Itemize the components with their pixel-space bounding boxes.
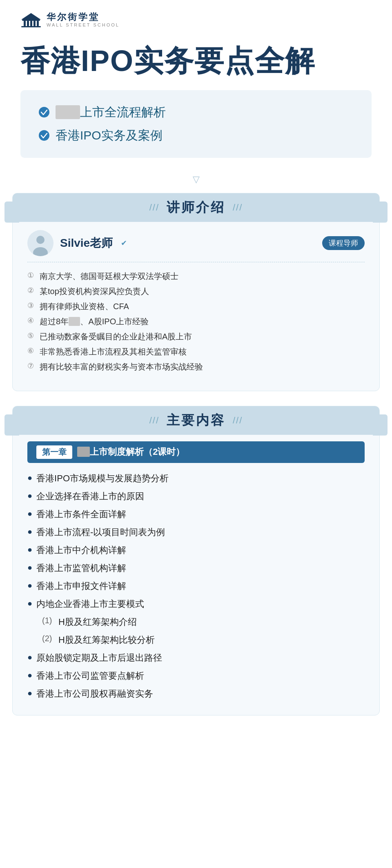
instructor-header-bg: /// 讲师介绍 /// <box>13 193 379 222</box>
slash-deco-left-2: /// <box>149 415 159 426</box>
svg-rect-4 <box>30 21 32 26</box>
list-text-10: 香港上市公司监管要点解析 <box>36 670 144 682</box>
list-text-3: 香港上市条件全面详解 <box>36 508 126 520</box>
list-item-9: ● 原始股锁定期及上市后退出路径 <box>27 649 365 667</box>
list-text-5: 香港上市中介机构详解 <box>36 544 126 556</box>
list-text-8: 内地企业香港上市主要模式 <box>36 598 144 610</box>
banner-text-1: 上市全流程解析 <box>56 104 166 121</box>
qual-num-2: ② <box>27 286 36 295</box>
badge-guide: 课程导师 <box>322 236 365 250</box>
bullet-icon-5: ● <box>27 545 32 554</box>
banner-text-2: 香港IPO实务及案例 <box>56 127 163 144</box>
bullet-icon-10: ● <box>27 671 32 680</box>
qual-num-6: ⑥ <box>27 346 36 355</box>
bullet-icon-9: ● <box>27 653 32 662</box>
qual-text-6: 非常熟悉香港上市流程及其相关监管审核 <box>40 346 187 357</box>
list-item-11: ● 香港上市公司股权再融资实务 <box>27 685 365 703</box>
list-text-9: 原始股锁定期及上市后退出路径 <box>36 652 162 664</box>
banner-item-2: 香港IPO实务及案例 <box>38 127 354 144</box>
qual-item-3: ③ 拥有律师执业资格、CFA <box>27 299 365 314</box>
down-arrow-icon: ▽ <box>193 174 200 184</box>
qual-item-5: ⑤ 已推动数家备受瞩目的企业赴港和A股上市 <box>27 329 365 344</box>
svg-point-8 <box>39 107 49 117</box>
page-title: 香港IPO实务要点全解 <box>20 44 372 78</box>
bullet-icon-6: ● <box>27 563 32 572</box>
slash-deco-right-2: /// <box>233 415 243 426</box>
list-text-4: 香港上市流程-以项目时间表为例 <box>36 526 165 538</box>
list-item-1: ● 香港IPO市场规模与发展趋势分析 <box>27 469 365 487</box>
list-item-sub2: (2) H股及红筹架构比较分析 <box>27 631 365 649</box>
chapter1-header: 第一章 ██上市制度解析（2课时） <box>27 441 365 463</box>
qual-num-5: ⑤ <box>27 331 36 340</box>
sub-num-2: (2) <box>42 634 54 643</box>
qual-item-4: ④ 超过8年██、A股IPO上市经验 <box>27 314 365 329</box>
logo-icon <box>20 11 42 29</box>
qual-num-1: ① <box>27 271 36 280</box>
instructor-name: Silvie老师 <box>60 235 113 251</box>
content-list: ● 香港IPO市场规模与发展趋势分析 ● 企业选择在香港上市的原因 ● 香港上市… <box>13 469 379 703</box>
qual-text-4: 超过8年██、A股IPO上市经验 <box>40 316 149 327</box>
qual-num-7: ⑦ <box>27 361 36 370</box>
list-item-sub1: (1) H股及红筹架构介绍 <box>27 613 365 631</box>
qual-item-6: ⑥ 非常熟悉香港上市流程及其相关监管审核 <box>27 344 365 359</box>
bullet-icon-8: ● <box>27 599 32 608</box>
svg-rect-5 <box>33 21 36 26</box>
bullet-icon-2: ● <box>27 491 32 500</box>
instructor-section-card: /// 讲师介绍 /// Silvie老师 ✔ 课程导师 ① 南京大学、德国哥廷… <box>12 193 380 391</box>
logo-cn: 华尔街学堂 <box>47 13 120 22</box>
svg-marker-7 <box>21 13 41 20</box>
slash-deco-right-1: /// <box>233 202 243 213</box>
list-item-10: ● 香港上市公司监管要点解析 <box>27 667 365 685</box>
content-section-card: /// 主要内容 /// 第一章 ██上市制度解析（2课时） ● 香港IPO市场… <box>12 406 380 715</box>
bullet-icon-1: ● <box>27 473 32 483</box>
qual-text-7: 拥有比较丰富的财税实务与资本市场实战经验 <box>40 361 203 372</box>
list-item-3: ● 香港上市条件全面详解 <box>27 505 365 523</box>
list-item-6: ● 香港上市监管机构详解 <box>27 559 365 577</box>
blurred-text-1 <box>56 105 80 119</box>
sub-text-1: H股及红筹架构介绍 <box>58 616 137 628</box>
qual-num-3: ③ <box>27 301 36 310</box>
bullet-icon-3: ● <box>27 509 32 518</box>
list-item-7: ● 香港上市申报文件详解 <box>27 577 365 595</box>
list-item-4: ● 香港上市流程-以项目时间表为例 <box>27 523 365 541</box>
list-text-6: 香港上市监管机构详解 <box>36 562 126 574</box>
list-text-11: 香港上市公司股权再融资实务 <box>36 688 153 700</box>
svg-rect-2 <box>24 21 26 26</box>
sub-num-1: (1) <box>42 616 54 625</box>
svg-rect-1 <box>21 26 41 27</box>
qualification-list: ① 南京大学、德国哥廷根大学双法学硕士 ② 某top投资机构资深风控负责人 ③ … <box>27 269 365 374</box>
arrow-row: ▽ <box>0 170 392 193</box>
avatar-person-icon <box>31 234 49 256</box>
svg-point-9 <box>39 130 49 141</box>
list-item-5: ● 香港上市中介机构详解 <box>27 541 365 559</box>
sub-text-2: H股及红筹架构比较分析 <box>58 634 155 646</box>
svg-rect-6 <box>37 21 39 26</box>
svg-point-10 <box>36 236 45 244</box>
instructor-section-header: /// 讲师介绍 /// <box>13 193 379 222</box>
main-title-area: 香港IPO实务要点全解 <box>0 37 392 90</box>
qual-num-4: ④ <box>27 316 36 325</box>
chapter1-label: 第一章 <box>36 445 72 459</box>
logo-area: 华尔街学堂 WALL STREET SCHOOL <box>0 0 392 37</box>
instructor-body: Silvie老师 ✔ 课程导师 ① 南京大学、德国哥廷根大学双法学硕士 ② 某t… <box>13 226 379 379</box>
instructor-section-title: 讲师介绍 <box>167 199 225 217</box>
slash-deco-left-1: /// <box>149 202 159 213</box>
chevron-down-icon[interactable]: ✔ <box>121 239 127 248</box>
list-text-7: 香港上市申报文件详解 <box>36 580 126 592</box>
bullet-icon-4: ● <box>27 527 32 536</box>
qual-item-2: ② 某top投资机构资深风控负责人 <box>27 284 365 299</box>
content-section-header: /// 主要内容 /// <box>13 406 379 435</box>
logo-text-block: 华尔街学堂 WALL STREET SCHOOL <box>47 13 120 27</box>
list-item-8: ● 内地企业香港上市主要模式 <box>27 595 365 613</box>
content-section-title: 主要内容 <box>167 412 225 430</box>
list-text-1: 香港IPO市场规模与发展趋势分析 <box>36 472 169 485</box>
banner-card: 上市全流程解析 香港IPO实务及案例 <box>20 90 372 158</box>
instructor-divider <box>27 262 365 262</box>
qual-item-1: ① 南京大学、德国哥廷根大学双法学硕士 <box>27 269 365 284</box>
check-icon-2 <box>38 130 50 141</box>
content-header-bg: /// 主要内容 /// <box>13 406 379 435</box>
qual-text-3: 拥有律师执业资格、CFA <box>40 301 129 312</box>
instructor-row: Silvie老师 ✔ 课程导师 <box>27 230 365 256</box>
qual-item-7: ⑦ 拥有比较丰富的财税实务与资本市场实战经验 <box>27 359 365 374</box>
bullet-icon-11: ● <box>27 689 32 698</box>
